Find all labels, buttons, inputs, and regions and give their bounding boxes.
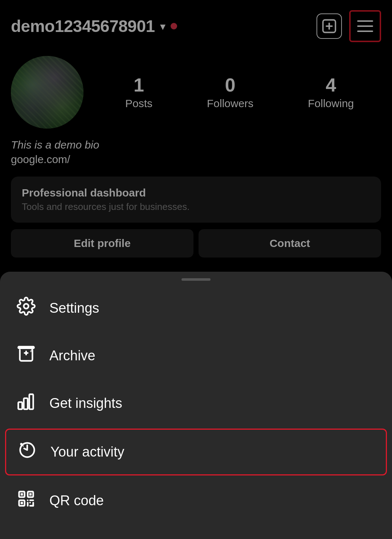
menu-item-archive[interactable]: Archive bbox=[0, 332, 392, 380]
svg-point-8 bbox=[24, 304, 29, 309]
svg-rect-10 bbox=[18, 402, 22, 409]
svg-rect-11 bbox=[24, 398, 28, 409]
menu-item-insights[interactable]: Get insights bbox=[0, 380, 392, 427]
qr-code-label: QR code bbox=[49, 493, 104, 508]
sheet-handle bbox=[0, 272, 392, 284]
svg-rect-20 bbox=[21, 502, 23, 504]
settings-icon bbox=[16, 297, 36, 320]
menu-item-qr-code[interactable]: QR code bbox=[0, 477, 392, 524]
svg-rect-18 bbox=[21, 493, 23, 496]
activity-icon bbox=[17, 441, 37, 463]
insights-label: Get insights bbox=[49, 396, 122, 411]
svg-rect-19 bbox=[29, 493, 32, 496]
archive-icon bbox=[16, 344, 36, 367]
menu-item-settings[interactable]: Settings bbox=[0, 284, 392, 332]
drag-handle bbox=[181, 278, 211, 281]
insights-icon bbox=[16, 392, 36, 415]
svg-rect-12 bbox=[29, 394, 33, 409]
archive-label: Archive bbox=[49, 348, 95, 364]
bottom-sheet: Settings Archive Get insights bbox=[0, 272, 392, 539]
qr-code-icon bbox=[16, 489, 36, 512]
svg-point-14 bbox=[20, 443, 23, 446]
your-activity-label: Your activity bbox=[50, 444, 124, 460]
menu-item-your-activity[interactable]: Your activity bbox=[5, 429, 387, 475]
settings-label: Settings bbox=[49, 300, 99, 316]
